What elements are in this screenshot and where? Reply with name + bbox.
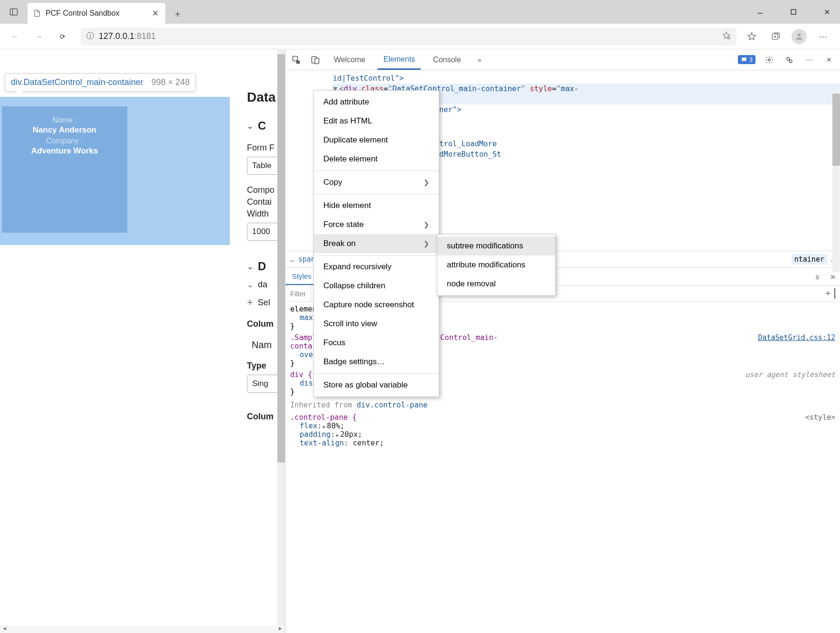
reload-button[interactable]: ⟳	[52, 26, 73, 47]
plus-icon: +	[247, 296, 253, 309]
context-submenu-break: subtree modifications attribute modifica…	[437, 234, 556, 296]
devtools-header: Welcome Elements Console » 3 ⋯ ✕	[285, 49, 840, 70]
chevron-down-icon: ⌄	[247, 262, 253, 271]
svg-point-15	[789, 60, 792, 63]
svg-rect-12	[315, 58, 319, 64]
styles-filter-input[interactable]: Filter	[285, 286, 311, 302]
ctx-break-node[interactable]: node removal	[437, 274, 555, 293]
more-menu-icon[interactable]: ⋯	[815, 29, 831, 44]
card-company-value: Adventure Works	[2, 146, 127, 156]
ctx-copy[interactable]: Copy❯	[314, 173, 439, 192]
crumb-tail[interactable]: ntainer	[792, 254, 827, 265]
chevron-right-icon: ❯	[424, 179, 429, 186]
tooltip-dims: 998 × 248	[151, 77, 190, 87]
chevron-right-icon: ❯	[424, 221, 429, 228]
favorites-icon[interactable]	[744, 29, 759, 44]
ctx-expand[interactable]: Expand recursively	[314, 257, 439, 276]
svg-point-9	[798, 33, 801, 37]
card-name-value: Nancy Anderson	[2, 125, 127, 135]
page-hscrollbar[interactable]: ◄►	[0, 625, 285, 633]
css-source-link[interactable]: DataSetGrid.css:12	[758, 333, 835, 342]
ctx-scroll[interactable]: Scroll into view	[314, 314, 439, 333]
inspect-icon[interactable]	[290, 54, 302, 66]
tab-welcome[interactable]: Welcome	[328, 51, 371, 69]
svg-point-14	[787, 57, 790, 60]
crumb-span[interactable]: span	[298, 255, 315, 264]
svg-point-13	[768, 58, 771, 61]
chevron-down-icon: ⌄	[247, 280, 253, 289]
card-company-label: Company :	[2, 137, 127, 145]
ctx-force-state[interactable]: Force state❯	[314, 215, 439, 234]
ua-stylesheet-label: user agent stylesheet	[745, 370, 835, 379]
ctx-break-subtree[interactable]: subtree modifications	[437, 236, 555, 255]
ctx-collapse[interactable]: Collapse children	[314, 276, 439, 295]
more-icon[interactable]: ⋯	[803, 54, 815, 66]
gear-icon[interactable]	[763, 54, 775, 66]
context-menu: Add attribute Edit as HTML Duplicate ele…	[313, 90, 439, 397]
url-box[interactable]: ⓘ 127.0.0.1:8181	[81, 28, 736, 46]
collections-icon[interactable]	[768, 29, 783, 44]
tab-console[interactable]: Console	[427, 51, 467, 69]
ctx-break-on[interactable]: Break on❯	[314, 234, 439, 253]
profile-avatar[interactable]	[792, 29, 807, 44]
card-name-label: Name :	[2, 116, 127, 124]
new-rule-icon[interactable]: +	[825, 289, 831, 299]
close-window-button[interactable]: ✕	[817, 2, 836, 21]
ctx-break-attr[interactable]: attribute modifications	[437, 255, 555, 274]
ctx-badge[interactable]: Badge settings…	[314, 352, 439, 371]
highlight-container: Name : Nancy Anderson Company : Adventur…	[0, 97, 230, 245]
tab-actions-icon[interactable]	[0, 0, 28, 24]
ctx-edit-html[interactable]: Edit as HTML	[314, 112, 439, 131]
window-controls: ✕	[751, 0, 840, 24]
tooltip-selector: div.DataSetControl_main-container	[11, 77, 143, 87]
new-tab-button[interactable]: +	[168, 5, 187, 24]
maximize-button[interactable]	[784, 2, 803, 21]
chevron-down-icon: ⌄	[247, 122, 253, 131]
inspect-tooltip: div.DataSetControl_main-container 998 × …	[5, 73, 196, 92]
favorite-icon[interactable]	[722, 31, 731, 41]
toggle-panel-icon[interactable]	[834, 289, 835, 299]
close-tab-icon[interactable]: ✕	[151, 9, 160, 18]
ctx-hide[interactable]: Hide element	[314, 196, 439, 215]
page-icon	[33, 9, 41, 17]
tab-title: PCF Control Sandbox	[46, 9, 146, 18]
ctx-add-attribute[interactable]: Add attribute	[314, 93, 439, 112]
chevron-right-icon: ❯	[424, 240, 429, 247]
device-toggle-icon[interactable]	[309, 54, 321, 66]
minimize-button[interactable]	[751, 2, 770, 21]
back-button[interactable]: ←	[5, 26, 26, 47]
issues-badge[interactable]: 3	[738, 55, 755, 64]
ctx-capture[interactable]: Capture node screenshot	[314, 295, 439, 314]
tab-other[interactable]: s	[809, 269, 826, 284]
svg-rect-2	[791, 9, 796, 14]
tree-scrollbar[interactable]	[832, 91, 840, 272]
site-info-icon[interactable]: ⓘ	[86, 31, 94, 41]
ctx-store[interactable]: Store as global variable	[314, 376, 439, 395]
url-text: 127.0.0.1:8181	[99, 31, 156, 41]
page-scrollbar[interactable]	[277, 49, 285, 633]
ctx-focus[interactable]: Focus	[314, 333, 439, 352]
svg-rect-0	[10, 9, 18, 15]
ctx-duplicate[interactable]: Duplicate element	[314, 131, 439, 150]
activity-icon[interactable]	[783, 54, 795, 66]
ctx-delete[interactable]: Delete element	[314, 150, 439, 169]
tab-elements[interactable]: Elements	[378, 50, 421, 70]
more-tabs-icon[interactable]: »	[473, 54, 486, 66]
highlight-card: Name : Nancy Anderson Company : Adventur…	[2, 106, 127, 233]
style-source: <style>	[805, 413, 835, 422]
close-devtools-icon[interactable]: ✕	[823, 54, 835, 66]
page-viewport: div.DataSetControl_main-container 998 × …	[0, 49, 285, 633]
browser-tab[interactable]: PCF Control Sandbox ✕	[28, 3, 165, 24]
browser-titlebar: PCF Control Sandbox ✕ + ✕	[0, 0, 840, 24]
forward-button: →	[28, 26, 49, 47]
address-bar: ← → ⟳ ⓘ 127.0.0.1:8181 ⋯	[0, 24, 840, 49]
